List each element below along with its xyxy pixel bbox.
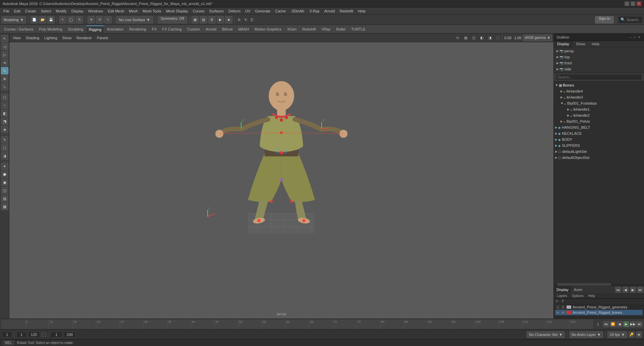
rotate-tool-button[interactable]: ↺ bbox=[96, 16, 103, 23]
tl-start-btn[interactable]: ⏮ bbox=[603, 321, 609, 327]
tree-item-bip001-pelvis[interactable]: ▶ ⟁ Bip001_Pelvis bbox=[554, 118, 644, 124]
minimize-button[interactable]: ─ bbox=[625, 1, 629, 6]
layers-hscrollbar[interactable] bbox=[554, 316, 644, 319]
vp-film-btn[interactable]: ▨ bbox=[462, 34, 469, 42]
soft-select-tool[interactable]: ⊲ bbox=[1, 59, 8, 66]
new-file-button[interactable]: 📄 bbox=[31, 16, 38, 23]
menu-item-select[interactable]: Select bbox=[39, 8, 53, 14]
render-button[interactable]: ▦ bbox=[192, 16, 199, 23]
menu-item-uv[interactable]: UV bbox=[243, 8, 252, 14]
viewport-canvas[interactable]: X Y bbox=[9, 42, 553, 319]
tl-next-frame-btn[interactable]: ▶▶ bbox=[630, 321, 636, 327]
ipr-button[interactable]: ▶ bbox=[217, 16, 224, 23]
menu-item-create[interactable]: Create bbox=[23, 8, 38, 14]
lasso-tool[interactable]: ◁ bbox=[1, 43, 8, 50]
panels-menu[interactable]: Panels bbox=[95, 35, 110, 41]
layer-row-bones[interactable]: V P Ancient_Priest_Rigged_bones bbox=[555, 310, 643, 315]
ob-subtab-help[interactable]: Help bbox=[586, 294, 597, 298]
tab-custom[interactable]: Custom bbox=[184, 26, 203, 33]
nurbs-tool[interactable]: ○ bbox=[1, 102, 8, 109]
outliner-minimize-btn[interactable]: ─ bbox=[629, 36, 632, 39]
outliner-search-input[interactable] bbox=[556, 74, 642, 80]
fps-dropdown[interactable]: 24 fps ▼ bbox=[607, 331, 627, 338]
tl-end-btn[interactable]: ⏭ bbox=[637, 321, 643, 327]
auto-key-btn[interactable]: 🔑 bbox=[629, 332, 635, 338]
tree-item-top[interactable]: ▶ 📷 top bbox=[555, 54, 643, 60]
tree-item-hanging-belt[interactable]: ▶ ◆ HANGING_BELT bbox=[554, 124, 644, 130]
tl-prev-btn[interactable]: ⏪ bbox=[610, 321, 616, 327]
open-file-button[interactable]: 📂 bbox=[39, 16, 46, 23]
set-key-btn[interactable]: ◈ bbox=[636, 332, 642, 338]
tab-animation[interactable]: Animation bbox=[104, 26, 126, 33]
extrude-tool[interactable]: ◧ bbox=[1, 110, 8, 117]
shading-menu[interactable]: Shading bbox=[24, 35, 41, 41]
tree-item-ikhandle3[interactable]: ▶ ⟁ ikHandle3 bbox=[554, 94, 644, 100]
workspace-dropdown[interactable]: Modeling ▼ bbox=[1, 16, 26, 23]
vp-shade3-btn[interactable]: ◨ bbox=[486, 34, 493, 42]
vp-shade1-btn[interactable]: ◫ bbox=[470, 34, 477, 42]
tab-arnold[interactable]: Arnold bbox=[203, 26, 219, 33]
script-type-label[interactable]: MEL bbox=[3, 340, 14, 345]
timeline-ruler[interactable]: 5101520253035404550556065707580859095100… bbox=[1, 320, 593, 329]
outliner-float-btn[interactable]: □ bbox=[633, 36, 636, 39]
tab-turtle[interactable]: TURTLE bbox=[348, 26, 368, 33]
tab-poly-modeling[interactable]: Poly Modeling bbox=[36, 26, 65, 33]
outliner-tab-help[interactable]: Help bbox=[589, 41, 603, 47]
outliner-tab-show[interactable]: Show bbox=[573, 41, 589, 47]
menu-item-edit-mesh[interactable]: Edit Mesh bbox=[106, 8, 126, 14]
tree-item-necklace[interactable]: ▶ ◆ NECKLACE bbox=[554, 130, 644, 136]
menu-item-redshift[interactable]: Redshift bbox=[338, 8, 355, 14]
render-settings-button[interactable]: ⚙ bbox=[208, 16, 216, 23]
anim-next-next-btn[interactable]: ⏭ bbox=[637, 287, 643, 293]
no-anim-layer-dropdown[interactable]: No Anim Layer ▼ bbox=[569, 331, 603, 338]
menu-item-modify[interactable]: Modify bbox=[54, 8, 68, 14]
tree-item-persp[interactable]: ▶ 📷 persp bbox=[555, 48, 643, 54]
tl-prev-frame-btn[interactable]: ◀ bbox=[616, 321, 623, 327]
save-file-button[interactable]: 💾 bbox=[47, 16, 55, 23]
menu-item--3dtoall-[interactable]: -3DtoAll- bbox=[288, 8, 307, 14]
range-end-input[interactable] bbox=[64, 332, 76, 338]
tree-item-side[interactable]: ▶ 📷 side bbox=[555, 66, 643, 72]
vp-wire-btn[interactable]: ⬚ bbox=[494, 34, 501, 42]
deform-tool[interactable]: ◫ bbox=[1, 187, 8, 194]
colorspace-dropdown[interactable]: sRGB gamma ▼ bbox=[523, 35, 552, 41]
layer-row-geometry[interactable]: V P Ancient_Priest_Rigged_geometry bbox=[555, 304, 643, 310]
tab-motion-graphics[interactable]: Motion Graphics bbox=[252, 26, 284, 33]
range-checkbox[interactable] bbox=[41, 332, 46, 337]
cluster-tool[interactable]: ▣ bbox=[1, 179, 8, 186]
tree-item-ikhandle2[interactable]: ▶ ⟁ ikHandle2 bbox=[554, 112, 644, 118]
menu-item-cache[interactable]: Cache bbox=[273, 8, 288, 14]
layer-v-bones[interactable]: V bbox=[556, 310, 560, 314]
paint-mode-button[interactable]: ✎ bbox=[76, 16, 83, 23]
polygon-tool[interactable]: ⬡ bbox=[1, 94, 8, 101]
bevel-tool[interactable]: ◈ bbox=[1, 126, 8, 133]
outliner-close-btn[interactable]: ✕ bbox=[637, 36, 641, 39]
sculpt-tool[interactable]: ◑ bbox=[1, 152, 8, 160]
tab-mash[interactable]: MASH bbox=[235, 26, 252, 33]
tree-item-body[interactable]: ▶ ◆ BODY bbox=[554, 136, 644, 142]
lighting-menu[interactable]: Lighting bbox=[42, 35, 59, 41]
tl-play-btn[interactable]: ▶ bbox=[623, 321, 629, 327]
renderer-menu[interactable]: Renderer bbox=[74, 35, 94, 41]
menu-item-mesh-tools[interactable]: Mesh Tools bbox=[141, 8, 163, 14]
tab-redshift[interactable]: Redshift bbox=[300, 26, 318, 33]
layer-tool[interactable]: ▤ bbox=[1, 195, 8, 202]
menu-item-curves[interactable]: Curves bbox=[191, 8, 207, 14]
render-seq-button[interactable]: ▤ bbox=[200, 16, 207, 23]
scale-tool-button[interactable]: ⤡ bbox=[104, 16, 112, 23]
layer-p-bones[interactable]: P bbox=[561, 310, 565, 314]
menu-item-generate[interactable]: Generate bbox=[253, 8, 272, 14]
tab-rigging[interactable]: Rigging bbox=[86, 25, 104, 33]
anim-prev-prev-btn[interactable]: ⏮ bbox=[615, 287, 621, 293]
layer-p-geometry[interactable]: P bbox=[561, 305, 565, 309]
tree-item-bones[interactable]: ▼ ▣ Bones bbox=[554, 82, 644, 88]
render-stop-button[interactable]: ■ bbox=[225, 16, 232, 23]
scale-tool-left[interactable]: ⤡ bbox=[1, 83, 8, 91]
lasso-mode-button[interactable]: ◯ bbox=[67, 16, 75, 23]
ob-subtab-layers[interactable]: Layers bbox=[555, 294, 569, 298]
artisan-tool[interactable]: ⬡ bbox=[1, 144, 8, 152]
menu-item-deform[interactable]: Deform bbox=[226, 8, 243, 14]
sign-in-button[interactable]: Sign In bbox=[595, 16, 614, 23]
ob-subtab-options[interactable]: Options bbox=[570, 294, 585, 298]
menu-item-arnold[interactable]: Arnold bbox=[322, 8, 337, 14]
